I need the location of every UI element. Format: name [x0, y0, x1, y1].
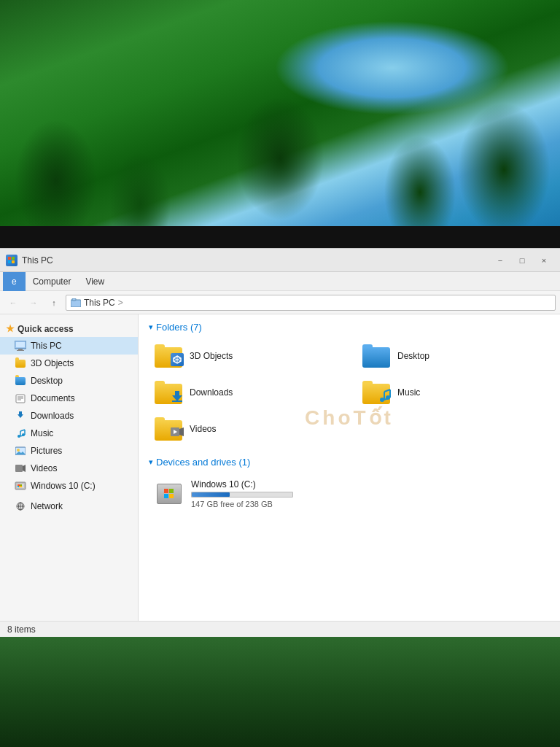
- up-button[interactable]: ↑: [45, 294, 63, 311]
- folder-label-videos: Videos: [190, 424, 216, 434]
- folder-label-3d: 3D Objects: [190, 351, 233, 361]
- desktop-background: [0, 0, 560, 226]
- svg-rect-31: [19, 486, 22, 487]
- sidebar-this-pc-label: This PC: [31, 341, 62, 351]
- sidebar-item-documents[interactable]: Documents: [0, 390, 138, 407]
- sidebar-item-music[interactable]: Music: [0, 425, 138, 442]
- svg-rect-4: [71, 300, 81, 307]
- folder-icon-videos: [155, 417, 184, 441]
- svg-line-17: [20, 435, 25, 436]
- folders-section-header[interactable]: ▾ Folders (7): [149, 322, 550, 333]
- quick-access-label: Quick access: [18, 324, 74, 334]
- sidebar-3d-label: 3D Objects: [31, 358, 74, 368]
- sidebar-drive-c-label: Windows 10 (C:): [31, 481, 96, 491]
- folder-icon-music: [362, 381, 392, 404]
- folder-music-icon: [15, 427, 26, 439]
- sidebar-videos-label: Videos: [31, 463, 57, 473]
- folder-item-videos[interactable]: Videos: [149, 413, 342, 445]
- svg-marker-49: [179, 427, 184, 436]
- folder-videos-icon: [15, 462, 26, 474]
- explorer-body: ★ Quick access This PC: [0, 314, 560, 621]
- folder-desktop-icon: [15, 375, 26, 387]
- folders-section-label: Folders (7): [156, 322, 202, 333]
- svg-line-47: [384, 390, 390, 392]
- folder-label-desktop: Desktop: [397, 351, 429, 361]
- title-bar-controls: − □ ×: [490, 253, 554, 268]
- svg-point-22: [17, 449, 20, 452]
- main-content-wrapper: ChoTốt ▾ Folders (7): [149, 322, 550, 513]
- svg-rect-24: [15, 465, 23, 472]
- back-button[interactable]: ←: [4, 294, 22, 311]
- svg-line-20: [20, 430, 25, 431]
- status-bar: 8 items: [0, 621, 560, 637]
- sidebar-quick-access[interactable]: ★ Quick access: [0, 320, 138, 337]
- sidebar-item-this-pc[interactable]: This PC: [0, 337, 138, 355]
- sidebar-item-pictures[interactable]: Pictures: [0, 442, 138, 460]
- sidebar-music-label: Music: [31, 428, 53, 438]
- menu-tab-file[interactable]: e: [3, 272, 26, 291]
- bottom-desktop-bg: [0, 637, 560, 747]
- sidebar-item-downloads[interactable]: Downloads: [0, 407, 138, 425]
- menu-item-view[interactable]: View: [78, 272, 112, 291]
- svg-rect-54: [169, 494, 174, 498]
- maximize-button[interactable]: □: [512, 253, 532, 268]
- folder-label-music: Music: [397, 387, 420, 398]
- sidebar-pictures-label: Pictures: [31, 446, 62, 456]
- address-separator: >: [118, 298, 123, 308]
- items-count: 8 items: [7, 624, 36, 635]
- svg-rect-52: [169, 489, 174, 493]
- title-bar: This PC − □ ×: [0, 249, 560, 272]
- chevron-down-icon: ▾: [149, 322, 153, 332]
- folder-icon-desktop: [362, 344, 392, 368]
- address-bar[interactable]: This PC >: [66, 295, 556, 311]
- devices-section-header[interactable]: ▾ Devices and drives (1): [149, 457, 550, 468]
- sidebar-item-3d-objects[interactable]: 3D Objects: [0, 355, 138, 372]
- drive-item-c[interactable]: Windows 10 (C:) 147 GB free of 238 GB: [149, 475, 550, 513]
- folder-documents-icon: [15, 392, 26, 404]
- menu-bar: e Computer View: [0, 272, 560, 291]
- forward-button[interactable]: →: [25, 294, 42, 311]
- sidebar-item-drive-c[interactable]: Windows 10 (C:): [0, 477, 138, 495]
- drive-c-bar: [191, 492, 293, 498]
- svg-rect-9: [17, 350, 24, 351]
- menu-item-computer[interactable]: Computer: [26, 272, 79, 291]
- folder-item-3d-objects[interactable]: 3D Objects: [149, 340, 342, 372]
- sidebar-item-desktop[interactable]: Desktop: [0, 372, 138, 390]
- sidebar: ★ Quick access This PC: [0, 314, 139, 621]
- svg-rect-53: [164, 494, 168, 498]
- close-button[interactable]: ×: [534, 253, 554, 268]
- drive-c-main-icon: [155, 481, 184, 507]
- network-icon: [15, 500, 26, 512]
- svg-rect-3: [12, 260, 15, 263]
- explorer-window: This PC − □ × e Computer View ← → ↑ This…: [0, 248, 560, 637]
- folder-item-music[interactable]: Music: [357, 376, 550, 409]
- svg-line-44: [384, 398, 390, 400]
- svg-marker-25: [23, 465, 26, 472]
- drive-c-icon: [15, 480, 26, 492]
- svg-marker-40: [172, 391, 182, 401]
- drive-c-info: Windows 10 (C:) 147 GB free of 238 GB: [191, 479, 293, 508]
- sidebar-documents-label: Documents: [31, 393, 75, 403]
- sidebar-network-label: Network: [31, 501, 63, 511]
- title-bar-text: This PC: [22, 255, 486, 266]
- folder-item-downloads[interactable]: Downloads: [149, 376, 342, 409]
- desktop-dark-strip: [0, 226, 560, 248]
- sidebar-item-videos[interactable]: Videos: [0, 460, 138, 477]
- minimize-button[interactable]: −: [490, 253, 510, 268]
- folder-icon-3d: [155, 344, 184, 368]
- address-this-pc: This PC: [84, 298, 115, 308]
- sidebar-item-network[interactable]: Network: [0, 498, 138, 515]
- drive-c-name: Windows 10 (C:): [191, 479, 293, 489]
- svg-rect-1: [12, 257, 15, 260]
- svg-rect-8: [18, 349, 23, 350]
- folder-item-desktop[interactable]: Desktop: [357, 340, 550, 372]
- drive-c-fill: [192, 492, 230, 497]
- svg-rect-0: [8, 257, 11, 260]
- folder-downloads-icon: [15, 410, 26, 422]
- title-bar-icon: [6, 255, 18, 266]
- folder-3d-icon: [15, 357, 26, 369]
- star-icon: ★: [6, 323, 15, 334]
- folders-grid: 3D Objects Desktop: [149, 340, 550, 445]
- svg-rect-5: [72, 298, 76, 301]
- svg-rect-51: [164, 489, 168, 493]
